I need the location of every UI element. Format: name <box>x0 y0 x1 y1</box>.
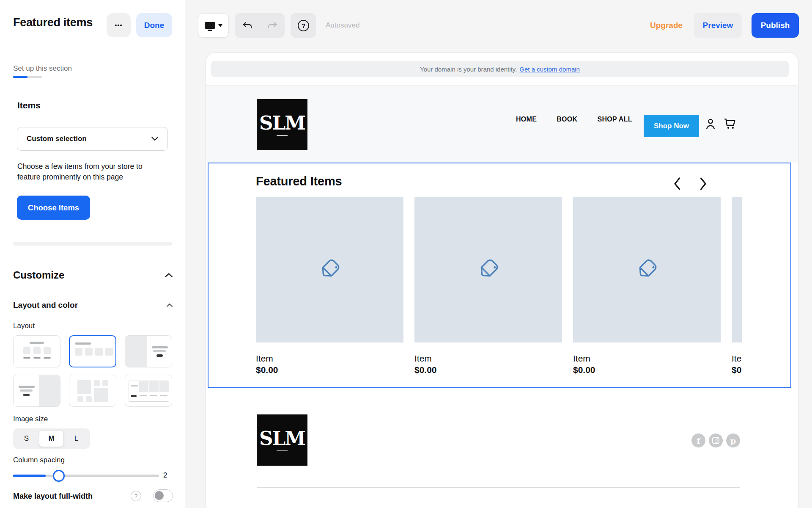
featured-item-card[interactable]: Item $0.00 <box>414 197 562 379</box>
item-name: Item <box>732 353 742 364</box>
slider-handle[interactable] <box>53 470 65 482</box>
pinterest-icon[interactable]: p <box>726 433 740 447</box>
domain-banner: Your domain is your brand identity. Get … <box>211 61 789 77</box>
account-button[interactable] <box>703 116 718 132</box>
featured-items-track: Item $0.00 Item $0.00 <box>256 197 742 379</box>
featured-items-section[interactable]: Featured Items Item $0.00 <box>208 163 791 388</box>
facebook-icon[interactable]: f <box>691 433 705 447</box>
nav-item-book[interactable]: BOOK <box>557 116 577 123</box>
help-button[interactable]: ? <box>291 13 316 38</box>
site-logo-caption <box>277 135 288 136</box>
nav-item-home[interactable]: HOME <box>516 116 537 123</box>
image-size-option-m[interactable]: M <box>39 430 64 447</box>
cart-button[interactable] <box>723 116 737 132</box>
full-width-toggle[interactable] <box>153 489 173 502</box>
layout-options <box>13 335 172 407</box>
layout-option-image-left[interactable] <box>125 335 172 367</box>
carousel-next-button[interactable] <box>696 176 711 191</box>
items-selection-value: Custom selection <box>27 135 151 143</box>
item-image-placeholder <box>573 197 721 342</box>
column-spacing-value: 2 <box>163 471 167 480</box>
monitor-icon <box>205 22 215 29</box>
column-spacing-label: Column spacing <box>13 456 65 464</box>
nav-item-shop-all[interactable]: SHOP ALL <box>597 116 632 123</box>
chevron-up-icon <box>165 273 173 277</box>
preview-button[interactable]: Preview <box>694 13 742 38</box>
help-icon: ? <box>298 20 309 31</box>
full-width-label: Make layout full-width <box>13 492 93 501</box>
layout-option-image-right[interactable] <box>13 375 60 407</box>
upgrade-link[interactable]: Upgrade <box>650 13 683 38</box>
account-icon <box>703 116 718 131</box>
customize-heading: Customize <box>13 269 64 281</box>
footer-divider <box>257 487 740 488</box>
item-image-placeholder <box>732 197 742 342</box>
site-preview-canvas: Your domain is your brand identity. Get … <box>206 52 798 508</box>
layout-option-mosaic[interactable] <box>69 375 116 407</box>
chevron-up-icon <box>167 304 173 307</box>
item-name: Item <box>256 353 403 364</box>
item-price: $0.00 <box>573 365 721 375</box>
custom-domain-link[interactable]: Get a custom domain <box>519 66 580 73</box>
layout-option-carousel[interactable] <box>69 335 116 367</box>
full-width-help-icon[interactable]: ? <box>131 491 141 501</box>
setup-section-label: Set up this section <box>13 64 72 73</box>
items-heading: Items <box>17 100 41 110</box>
sidebar-divider <box>13 242 173 246</box>
undo-redo-group <box>235 13 285 38</box>
carousel-prev-button[interactable] <box>669 176 685 191</box>
column-spacing-slider[interactable] <box>13 470 159 482</box>
price-tag-icon <box>634 257 660 282</box>
choose-items-button[interactable]: Choose items <box>17 196 90 220</box>
price-tag-icon <box>317 257 343 282</box>
cart-icon <box>723 116 737 131</box>
chevron-left-icon <box>673 177 681 190</box>
undo-button[interactable] <box>235 13 260 38</box>
item-price: $0.00 <box>414 365 562 375</box>
featured-item-card[interactable]: Item $0.00 <box>732 197 742 379</box>
image-size-label: Image size <box>13 415 48 423</box>
site-nav: HOME BOOK SHOP ALL <box>516 110 632 128</box>
instagram-icon[interactable] <box>709 433 723 447</box>
item-image-placeholder <box>414 197 562 342</box>
chevron-right-icon <box>700 177 707 190</box>
featured-item-card[interactable]: Item $0.00 <box>256 197 403 379</box>
layout-option-grid[interactable] <box>13 335 60 367</box>
items-description: Choose a few items from your store to fe… <box>17 161 164 183</box>
carousel-controls <box>669 176 711 191</box>
redo-icon <box>267 22 277 29</box>
site-logo-text: SLM <box>259 113 305 133</box>
redo-button[interactable] <box>260 13 285 38</box>
undo-icon <box>242 22 252 29</box>
layout-and-color-label: Layout and color <box>13 301 78 310</box>
items-selection-dropdown[interactable]: Custom selection <box>17 127 168 151</box>
toggle-knob <box>155 491 164 500</box>
footer-logo[interactable]: SLM <box>257 414 307 466</box>
featured-item-card[interactable]: Item $0.00 <box>573 197 721 379</box>
more-options-button[interactable]: ••• <box>107 13 131 37</box>
image-size-option-l[interactable]: L <box>64 430 89 447</box>
featured-section-title: Featured Items <box>256 174 342 188</box>
autosaved-status: Autosaved <box>326 13 359 38</box>
publish-button[interactable]: Publish <box>752 13 799 38</box>
image-size-option-s[interactable]: S <box>14 430 39 447</box>
setup-progress-bar <box>13 76 42 78</box>
shop-now-button[interactable]: Shop Now <box>644 115 699 137</box>
footer-social-links: f p <box>691 433 740 447</box>
done-button[interactable]: Done <box>136 13 172 37</box>
setup-progress-fill <box>13 76 27 78</box>
device-preview-selector[interactable] <box>198 13 229 38</box>
site-logo[interactable]: SLM <box>257 99 307 150</box>
chevron-down-icon <box>151 137 158 141</box>
layout-label: Layout <box>13 322 35 330</box>
item-image-placeholder <box>256 197 403 342</box>
layout-and-color-accordion-header[interactable]: Layout and color <box>13 301 173 310</box>
layout-option-list[interactable] <box>125 375 172 407</box>
domain-banner-text: Your domain is your brand identity. <box>420 66 517 73</box>
customize-accordion-header[interactable]: Customize <box>13 269 173 281</box>
item-price: $0.00 <box>256 365 403 375</box>
slider-fill <box>13 475 46 477</box>
footer-logo-caption <box>277 450 288 451</box>
footer-logo-text: SLM <box>259 429 305 448</box>
settings-sidebar: Featured items ••• Done Set up this sect… <box>0 0 185 508</box>
